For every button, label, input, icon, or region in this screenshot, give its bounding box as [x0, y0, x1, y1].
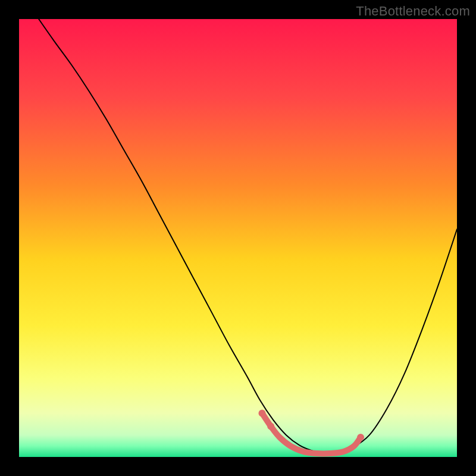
chart-svg: [19, 19, 457, 457]
dot-left-upper: [258, 409, 265, 416]
chart-stage: TheBottleneck.com: [0, 0, 476, 476]
watermark-text: TheBottleneck.com: [356, 4, 470, 19]
dot-left-lower: [267, 422, 274, 430]
dot-right: [357, 434, 364, 441]
plot-area: [19, 19, 457, 457]
